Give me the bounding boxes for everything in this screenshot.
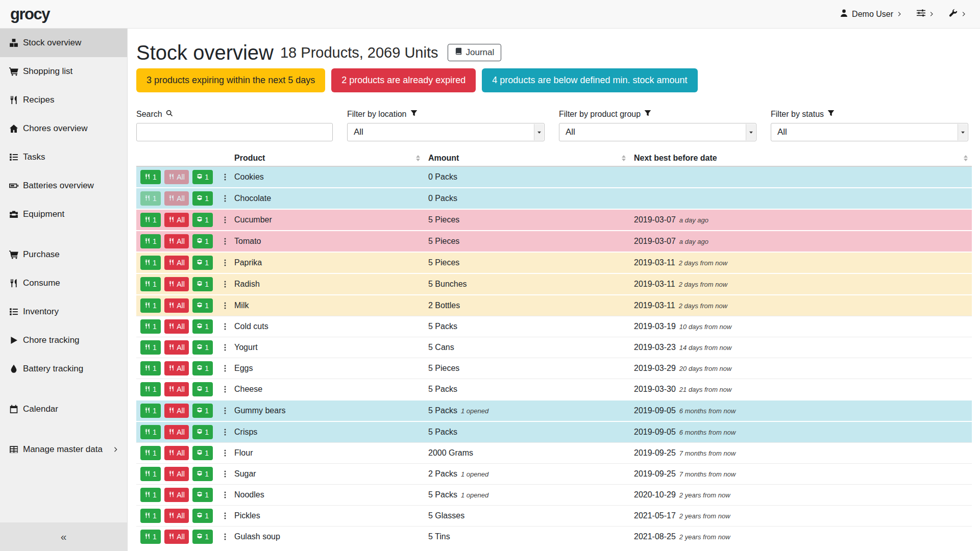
consume-one-button[interactable]: 1	[140, 509, 161, 523]
consume-one-button[interactable]: 1	[140, 425, 161, 439]
sidebar-item-recipes[interactable]: Recipes	[0, 86, 127, 114]
consume-one-button[interactable]: 1	[140, 467, 161, 481]
consume-all-button[interactable]: All	[164, 213, 189, 227]
open-one-button[interactable]: 1	[192, 361, 213, 375]
open-one-button[interactable]: 1	[192, 277, 213, 291]
row-menu-kebab-icon[interactable]	[221, 173, 229, 181]
open-one-button[interactable]: 1	[192, 170, 213, 184]
product-column-header[interactable]: Product	[230, 151, 424, 166]
open-one-button[interactable]: 1	[192, 509, 213, 523]
open-one-button[interactable]: 1	[192, 425, 213, 439]
admin-menu[interactable]	[949, 9, 967, 19]
consume-all-button[interactable]: All	[164, 361, 189, 375]
status-filter-select[interactable]: All	[771, 123, 968, 141]
row-menu-kebab-icon[interactable]	[221, 512, 229, 520]
consume-all-button[interactable]: All	[164, 340, 189, 355]
row-menu-kebab-icon[interactable]	[221, 259, 229, 267]
search-input[interactable]	[136, 123, 333, 141]
consume-one-button[interactable]: 1	[140, 213, 161, 227]
sidebar-item-consume[interactable]: Consume	[0, 269, 127, 297]
consume-one-button[interactable]: 1	[140, 298, 161, 313]
consume-all-button[interactable]: All	[164, 298, 189, 313]
row-menu-kebab-icon[interactable]	[221, 407, 229, 415]
sidebar-collapse-button[interactable]: «	[0, 522, 127, 551]
sidebar-item-shopping-list[interactable]: Shopping list	[0, 57, 127, 86]
row-menu-kebab-icon[interactable]	[221, 449, 229, 457]
status-alert-button[interactable]: 2 products are already expired	[331, 68, 476, 92]
sidebar-item-inventory[interactable]: Inventory	[0, 297, 127, 326]
open-one-button[interactable]: 1	[192, 298, 213, 313]
consume-one-button[interactable]: 1	[140, 361, 161, 375]
row-menu-kebab-icon[interactable]	[221, 237, 229, 245]
row-menu-kebab-icon[interactable]	[221, 343, 229, 352]
open-one-button[interactable]: 1	[192, 340, 213, 355]
consume-one-button[interactable]: 1	[140, 277, 161, 291]
sidebar-item-tasks[interactable]: Tasks	[0, 143, 127, 171]
row-menu-kebab-icon[interactable]	[221, 533, 229, 541]
open-one-button[interactable]: 1	[192, 488, 213, 502]
row-menu-kebab-icon[interactable]	[221, 194, 229, 203]
sidebar-item-equipment[interactable]: Equipment	[0, 200, 127, 229]
open-one-button[interactable]: 1	[192, 467, 213, 481]
consume-all-button[interactable]: All	[164, 509, 189, 523]
row-menu-kebab-icon[interactable]	[221, 216, 229, 224]
row-menu-kebab-icon[interactable]	[221, 428, 229, 436]
status-alert-button[interactable]: 3 products expiring within the next 5 da…	[136, 68, 325, 92]
consume-one-button[interactable]: 1	[140, 256, 161, 270]
consume-one-button[interactable]: 1	[140, 530, 161, 544]
consume-one-button[interactable]: 1	[140, 340, 161, 355]
sort-icon[interactable]	[416, 155, 420, 161]
settings-menu[interactable]	[917, 9, 935, 19]
consume-one-button[interactable]: 1	[140, 446, 161, 460]
consume-all-button[interactable]: All	[164, 467, 189, 481]
consume-all-button[interactable]: All	[164, 488, 189, 502]
consume-one-button[interactable]: 1	[140, 319, 161, 334]
consume-all-button[interactable]: All	[164, 256, 189, 270]
open-one-button[interactable]: 1	[192, 319, 213, 334]
consume-all-button[interactable]: All	[164, 170, 189, 184]
row-menu-kebab-icon[interactable]	[221, 322, 229, 331]
sidebar-item-purchase[interactable]: Purchase	[0, 240, 127, 269]
consume-one-button[interactable]: 1	[140, 191, 161, 206]
consume-all-button[interactable]: All	[164, 382, 189, 396]
consume-one-button[interactable]: 1	[140, 382, 161, 396]
consume-all-button[interactable]: All	[164, 234, 189, 248]
consume-one-button[interactable]: 1	[140, 234, 161, 248]
sidebar-item-batteries-overview[interactable]: Batteries overview	[0, 171, 127, 200]
open-one-button[interactable]: 1	[192, 191, 213, 206]
open-one-button[interactable]: 1	[192, 530, 213, 544]
open-one-button[interactable]: 1	[192, 213, 213, 227]
sidebar-item-battery-tracking[interactable]: Battery tracking	[0, 355, 127, 383]
consume-all-button[interactable]: All	[164, 277, 189, 291]
open-one-button[interactable]: 1	[192, 256, 213, 270]
sidebar-item-chore-tracking[interactable]: Chore tracking	[0, 326, 127, 355]
amount-column-header[interactable]: Amount	[424, 151, 630, 166]
sort-icon[interactable]	[622, 155, 626, 161]
row-menu-kebab-icon[interactable]	[221, 302, 229, 310]
user-menu[interactable]: Demo User	[840, 9, 902, 19]
consume-all-button[interactable]: All	[164, 191, 189, 206]
row-menu-kebab-icon[interactable]	[221, 364, 229, 372]
consume-one-button[interactable]: 1	[140, 170, 161, 184]
sidebar-item-manage-master-data[interactable]: Manage master data	[0, 435, 127, 464]
product-group-filter-select[interactable]: All	[559, 123, 756, 141]
journal-button[interactable]: Journal	[448, 44, 502, 61]
consume-all-button[interactable]: All	[164, 425, 189, 439]
open-one-button[interactable]: 1	[192, 234, 213, 248]
open-one-button[interactable]: 1	[192, 382, 213, 396]
consume-one-button[interactable]: 1	[140, 488, 161, 502]
consume-all-button[interactable]: All	[164, 446, 189, 460]
row-menu-kebab-icon[interactable]	[221, 470, 229, 478]
sort-icon[interactable]	[964, 155, 968, 161]
consume-one-button[interactable]: 1	[140, 404, 161, 418]
consume-all-button[interactable]: All	[164, 530, 189, 544]
sidebar-item-stock-overview[interactable]: Stock overview	[0, 29, 127, 57]
sidebar-item-calendar[interactable]: Calendar	[0, 395, 127, 423]
status-alert-button[interactable]: 4 products are below defined min. stock …	[482, 68, 697, 92]
location-filter-select[interactable]: All	[347, 123, 545, 141]
open-one-button[interactable]: 1	[192, 446, 213, 460]
best-before-column-header[interactable]: Next best before date	[630, 151, 972, 166]
row-menu-kebab-icon[interactable]	[221, 385, 229, 393]
row-menu-kebab-icon[interactable]	[221, 280, 229, 288]
open-one-button[interactable]: 1	[192, 404, 213, 418]
